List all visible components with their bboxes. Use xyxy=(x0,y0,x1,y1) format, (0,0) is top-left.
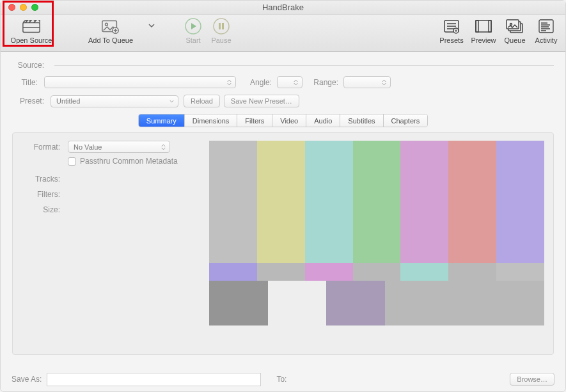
presets-label: Presets xyxy=(439,36,463,44)
toolbar: Open Source Add To Queue xyxy=(1,15,565,52)
tab-audio[interactable]: Audio xyxy=(306,114,340,127)
svg-rect-8 xyxy=(222,23,224,29)
svg-rect-13 xyxy=(489,20,491,32)
angle-select[interactable] xyxy=(277,76,303,88)
stepper-icon xyxy=(380,79,388,86)
format-value: No Value xyxy=(74,143,102,151)
format-label: Format: xyxy=(22,143,60,152)
tab-chapters[interactable]: Chapters xyxy=(384,114,428,127)
play-icon xyxy=(184,17,203,35)
close-window-button[interactable] xyxy=(8,4,15,11)
title-label: Title: xyxy=(12,78,38,87)
format-select[interactable]: No Value xyxy=(68,141,170,153)
chevron-down-icon xyxy=(142,17,161,34)
saveas-input[interactable] xyxy=(47,373,261,386)
activity-icon xyxy=(537,17,556,35)
reload-button[interactable]: Reload xyxy=(184,95,220,107)
save-new-preset-button[interactable]: Save New Preset… xyxy=(224,95,299,107)
main-content: Source: Title: Angle: Range: Preset: U xyxy=(1,52,565,391)
range-label: Range: xyxy=(303,78,338,87)
activity-label: Activity xyxy=(535,36,558,44)
tab-dimensions[interactable]: Dimensions xyxy=(185,114,237,127)
zoom-window-button[interactable] xyxy=(31,4,38,11)
passthru-label: Passthru Common Metadata xyxy=(80,157,178,166)
titlebar: HandBrake xyxy=(1,1,565,15)
tabs: SummaryDimensionsFiltersVideoAudioSubtit… xyxy=(12,114,554,127)
filters-label: Filters: xyxy=(22,190,60,199)
film-icon xyxy=(22,17,41,35)
saveas-label: Save As: xyxy=(12,375,42,384)
activity-button[interactable]: Activity xyxy=(532,17,560,48)
angle-label: Angle: xyxy=(236,78,272,87)
add-queue-label: Add To Queue xyxy=(88,36,133,44)
queue-label: Queue xyxy=(504,36,525,44)
preset-value: Untitled xyxy=(56,97,80,105)
minimize-window-button[interactable] xyxy=(20,4,27,11)
divider xyxy=(54,65,554,66)
window-controls xyxy=(8,4,38,11)
stepper-icon xyxy=(159,144,167,150)
image-plus-icon xyxy=(101,17,120,35)
range-select[interactable] xyxy=(343,76,391,88)
app-window: HandBrake Open Source xyxy=(0,0,566,392)
preview-label: Preview xyxy=(471,36,496,44)
start-label: Start xyxy=(185,36,200,44)
queue-icon xyxy=(505,17,524,35)
open-source-button[interactable]: Open Source xyxy=(6,17,57,48)
chevron-down-icon xyxy=(168,100,175,103)
size-label: Size: xyxy=(22,205,60,214)
svg-point-3 xyxy=(106,23,108,26)
add-to-queue-button[interactable]: Add To Queue xyxy=(85,17,136,48)
open-source-label: Open Source xyxy=(11,36,52,44)
tab-summary[interactable]: Summary xyxy=(139,114,185,127)
tab-filters[interactable]: Filters xyxy=(237,114,272,127)
start-button[interactable]: Start xyxy=(181,17,205,48)
pause-button[interactable]: Pause xyxy=(209,17,233,48)
queue-button[interactable]: Queue xyxy=(501,17,528,48)
tab-subtitles[interactable]: Subtitles xyxy=(340,114,383,127)
to-label: To: xyxy=(276,375,287,384)
tab-video[interactable]: Video xyxy=(272,114,306,127)
preset-label: Preset: xyxy=(12,97,44,106)
footer: Save As: To: Browse… xyxy=(0,366,566,392)
tracks-label: Tracks: xyxy=(22,175,60,184)
preview-icon xyxy=(474,17,493,35)
stepper-icon xyxy=(292,79,299,86)
browse-button[interactable]: Browse… xyxy=(510,373,554,386)
summary-panel: Format: No Value Passthru Common Metadat… xyxy=(12,132,554,355)
title-select[interactable] xyxy=(44,76,236,88)
passthru-checkbox[interactable] xyxy=(68,157,76,166)
svg-point-6 xyxy=(214,19,229,34)
presets-button[interactable]: Presets xyxy=(437,17,466,48)
svg-rect-12 xyxy=(476,20,478,32)
add-queue-menu-button[interactable] xyxy=(145,17,158,48)
source-label: Source: xyxy=(12,61,44,70)
pause-icon xyxy=(212,17,231,35)
video-preview xyxy=(209,141,544,347)
stepper-icon xyxy=(225,79,233,86)
window-title: HandBrake xyxy=(1,3,565,12)
presets-icon xyxy=(442,17,461,35)
svg-rect-7 xyxy=(219,23,221,29)
preview-button[interactable]: Preview xyxy=(469,17,498,48)
preset-select[interactable]: Untitled xyxy=(51,95,178,107)
pause-label: Pause xyxy=(211,36,231,44)
